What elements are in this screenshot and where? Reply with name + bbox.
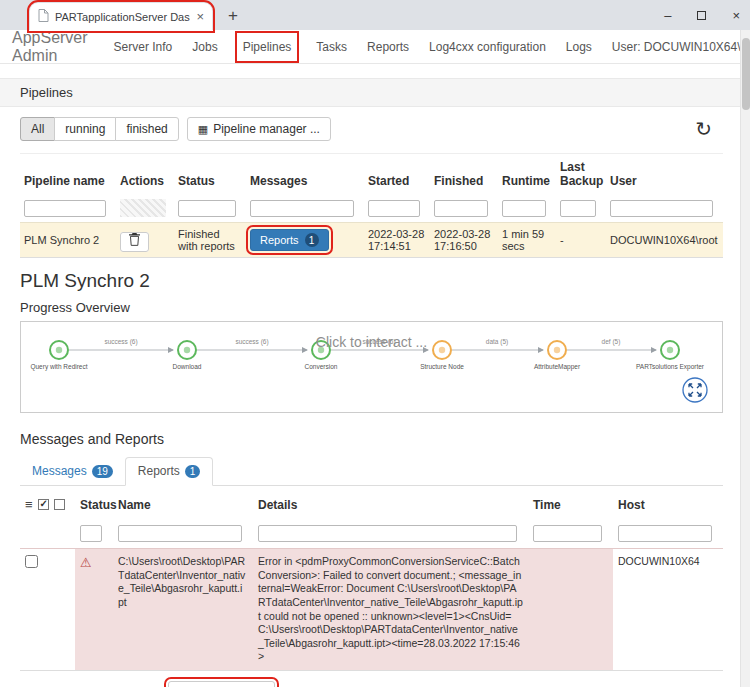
filter-last-backup-input[interactable] [560,200,596,217]
pipeline-manager-button[interactable]: ▦ Pipeline manager ... [187,117,331,141]
nav-item-jobs[interactable]: Jobs [192,40,217,54]
col-report-status: Status [75,490,113,519]
tab-close-icon[interactable]: × [196,9,204,24]
maximize-button[interactable] [697,11,706,20]
filter-report-details-input[interactable] [258,525,517,542]
pipeline-backup-cell: - [556,223,606,258]
filter-pipeline-name-input[interactable] [24,200,106,217]
filter-runtime-input[interactable] [502,200,546,217]
svg-text:Query with Redirect: Query with Redirect [30,363,87,371]
reports-tab-badge: 1 [185,465,201,478]
report-time-cell [528,549,613,671]
filter-finished-input[interactable] [434,200,488,217]
pipeline-row[interactable]: PLM Synchro 2 Finished with reports Repo… [20,223,723,258]
nav-item-reports[interactable]: Reports [367,40,409,54]
export-csv-button[interactable]: Export CSV ⚙ [168,681,275,687]
user-menu[interactable]: User: DOCUWIN10X64\root ▾ [612,40,750,54]
nav-item-tasks[interactable]: Tasks [316,40,347,54]
app-navbar: AppServer Admin Server Info Jobs Pipelin… [0,30,740,64]
reports-count-badge: 1 [305,233,319,247]
messages-count-badge: 19 [92,465,113,478]
col-report-name: Name [113,490,253,519]
pipelines-section-heading: Pipelines [0,78,740,107]
col-report-host: Host [613,490,723,519]
pipeline-runtime-cell: 1 min 59 secs [498,223,556,258]
col-messages: Messages [246,154,364,195]
pipeline-user-cell: DOCUWIN10X64\root [606,223,723,258]
filter-status-input[interactable] [178,200,236,217]
reports-table: ≡ Status Name Details Time Host ⚠ C:\Use… [20,490,723,671]
node-labels: Query with Redirect Download Conversion … [30,363,704,371]
reports-header-row: ≡ Status Name Details Time Host [20,490,723,519]
col-last-backup: Last Backup [556,154,606,195]
filter-report-status-input[interactable] [80,525,102,542]
browser-window: PARTapplicationServer Dashboar × + – × A… [0,0,750,687]
nav-item-log4cxx[interactable]: Log4cxx configuration [429,40,546,54]
browser-tab[interactable]: PARTapplicationServer Dashboar × [30,3,212,30]
svg-text:Download: Download [173,363,202,370]
col-report-details: Details [253,490,528,519]
nav-item-server-info[interactable]: Server Info [114,40,173,54]
pipeline-manager-label: Pipeline manager ... [213,122,320,136]
filter-report-time-input[interactable] [533,525,602,542]
selection-menu-icon[interactable]: ≡ [25,497,33,512]
report-row[interactable]: ⚠ C:\Users\root\Desktop\PARTdataCenter\I… [20,549,723,671]
pipeline-finished-cell: 2022-03-28 17:16:50 [430,223,498,258]
tab-reports-label: Reports [138,464,180,478]
col-finished: Finished [430,154,498,195]
nav-item-logs[interactable]: Logs [566,40,592,54]
pipeline-name-cell: PLM Synchro 2 [20,223,116,258]
tab-reports[interactable]: Reports 1 [125,457,214,486]
filter-user-input[interactable] [610,200,713,217]
messages-reports-tabs: Messages 19 Reports 1 [20,457,723,486]
app-brand: AppServer Admin [12,29,88,65]
scrollbar-thumb[interactable] [742,38,750,110]
reports-button[interactable]: Reports 1 [250,229,329,251]
svg-text:Conversion: Conversion [305,363,338,370]
filter-messages-input[interactable] [250,200,354,217]
pipeline-detail-title: PLM Synchro 2 [20,270,730,292]
delete-pipeline-button[interactable] [120,232,149,252]
close-button[interactable]: × [732,8,740,23]
nav-item-pipelines[interactable]: Pipelines [238,34,297,60]
minimize-button[interactable]: – [664,8,671,23]
reports-button-label: Reports [260,234,299,246]
select-all-checkbox[interactable] [38,499,49,510]
pipeline-status-cell: Finished with reports [174,223,246,258]
fullscreen-expand-icon[interactable] [682,377,708,407]
browser-titlebar: PARTapplicationServer Dashboar × + – × [0,0,750,30]
filter-all-button[interactable]: All [20,117,55,141]
click-to-interact-hint: Click to interact ... [21,334,722,350]
filter-report-host-input[interactable] [618,525,712,542]
report-name-cell: C:\Users\root\Desktop\PARTdataCenter\Inv… [113,549,253,671]
new-tab-button[interactable]: + [228,6,238,26]
col-started: Started [364,154,430,195]
col-user: User [606,154,723,195]
filter-running-button[interactable]: running [54,117,116,141]
grid-icon: ▦ [198,123,208,136]
pipeline-filter-group: All running finished [20,117,179,141]
col-status: Status [174,154,246,195]
pipeline-progress-diagram[interactable]: success (6) success (6) success (6) data… [20,321,723,413]
filter-report-name-input[interactable] [118,525,242,542]
actions-filter-disabled [120,199,166,217]
messages-reports-heading: Messages and Reports [20,431,730,447]
pipelines-header-row: Pipeline name Actions Status Messages St… [20,154,723,195]
tab-messages[interactable]: Messages 19 [20,458,125,485]
page-scrollbar[interactable] [740,30,750,687]
tab-title: PARTapplicationServer Dashboar [55,11,190,23]
select-none-checkbox[interactable] [54,499,65,510]
pipelines-table: Pipeline name Actions Status Messages St… [20,153,723,258]
pipeline-started-cell: 2022-03-28 17:14:51 [364,223,430,258]
report-row-checkbox[interactable] [25,555,38,568]
filter-finished-button[interactable]: finished [115,117,178,141]
filter-started-input[interactable] [368,200,420,217]
user-menu-label: User: DOCUWIN10X64\root [612,40,750,54]
window-controls: – × [664,0,740,30]
col-actions: Actions [116,154,174,195]
refresh-icon[interactable]: ↻ [695,119,712,139]
col-runtime: Runtime [498,154,556,195]
svg-text:AttributeMapper: AttributeMapper [534,363,581,371]
pipelines-toolbar: All running finished ▦ Pipeline manager … [0,107,740,149]
svg-text:Structure Node: Structure Node [420,363,464,370]
